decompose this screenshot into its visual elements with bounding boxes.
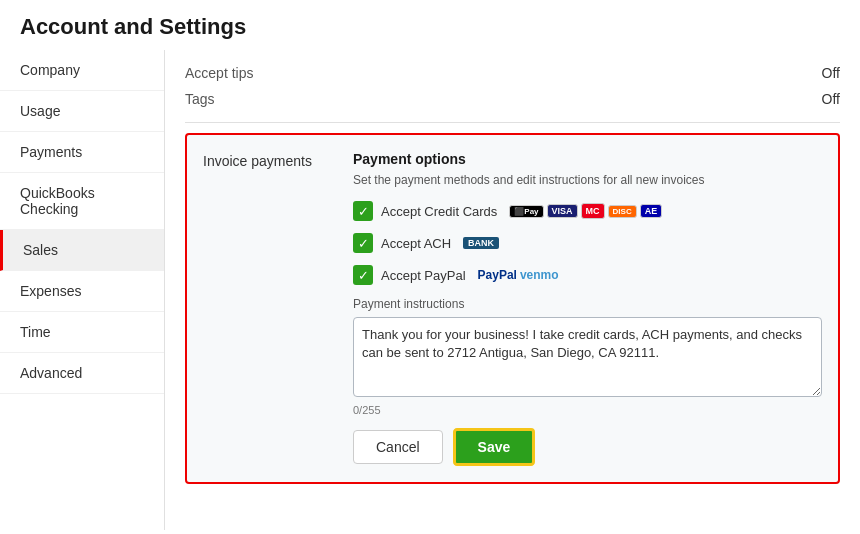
credit-cards-check-icon[interactable]: ✓ xyxy=(353,201,373,221)
sidebar-item-sales[interactable]: Sales xyxy=(0,230,164,271)
sidebar-item-advanced[interactable]: Advanced xyxy=(0,353,164,394)
paypal-check-icon[interactable]: ✓ xyxy=(353,265,373,285)
sidebar-item-company[interactable]: Company xyxy=(0,50,164,91)
discover-icon: DISC xyxy=(608,205,637,218)
ach-check-icon[interactable]: ✓ xyxy=(353,233,373,253)
payment-instructions-label: Payment instructions xyxy=(353,297,822,311)
paypal-option: ✓ Accept PayPal PayPal venmo xyxy=(353,265,822,285)
button-row: Cancel Save xyxy=(353,428,822,466)
credit-cards-option: ✓ Accept Credit Cards ⬛Pay VISA MC DISC … xyxy=(353,201,822,221)
payment-instructions-textarea[interactable]: Thank you for your business! I take cred… xyxy=(353,317,822,397)
page-title: Account and Settings xyxy=(0,0,860,50)
venmo-text-icon: venmo xyxy=(520,268,559,282)
ach-label: Accept ACH xyxy=(381,236,451,251)
visa-icon: VISA xyxy=(547,204,578,218)
mastercard-icon: MC xyxy=(581,203,605,219)
invoice-payments-panel: Invoice payments Payment options Set the… xyxy=(185,133,840,484)
tags-label: Tags xyxy=(185,91,215,107)
payment-options-title: Payment options xyxy=(353,151,822,167)
accept-tips-label: Accept tips xyxy=(185,65,253,81)
char-count: 0/255 xyxy=(353,404,822,416)
panel-label: Invoice payments xyxy=(203,151,333,466)
main-content: Accept tips Off Tags Off Invoice payment… xyxy=(165,50,860,530)
paypal-badge-icons: PayPal venmo xyxy=(478,268,559,282)
sidebar-item-expenses[interactable]: Expenses xyxy=(0,271,164,312)
sidebar-item-payments[interactable]: Payments xyxy=(0,132,164,173)
save-button[interactable]: Save xyxy=(453,428,536,466)
cancel-button[interactable]: Cancel xyxy=(353,430,443,464)
paypal-label: Accept PayPal xyxy=(381,268,466,283)
sidebar: Company Usage Payments QuickBooks Checki… xyxy=(0,50,165,530)
accept-tips-row: Accept tips Off xyxy=(185,60,840,86)
credit-cards-label: Accept Credit Cards xyxy=(381,204,497,219)
tags-value: Off xyxy=(822,91,840,107)
panel-body: Payment options Set the payment methods … xyxy=(353,151,822,466)
apple-pay-icon: ⬛Pay xyxy=(509,205,543,218)
sidebar-item-usage[interactable]: Usage xyxy=(0,91,164,132)
sidebar-item-time[interactable]: Time xyxy=(0,312,164,353)
paypal-text-icon: PayPal xyxy=(478,268,517,282)
ach-badge-icon: BANK xyxy=(463,237,499,249)
sidebar-item-quickbooks-checking[interactable]: QuickBooks Checking xyxy=(0,173,164,230)
amex-icon: AE xyxy=(640,204,663,218)
accept-tips-value: Off xyxy=(822,65,840,81)
top-rows: Accept tips Off Tags Off xyxy=(185,50,840,123)
tags-row: Tags Off xyxy=(185,86,840,112)
ach-option: ✓ Accept ACH BANK xyxy=(353,233,822,253)
payment-options-description: Set the payment methods and edit instruc… xyxy=(353,173,822,187)
credit-card-icons: ⬛Pay VISA MC DISC AE xyxy=(509,203,662,219)
